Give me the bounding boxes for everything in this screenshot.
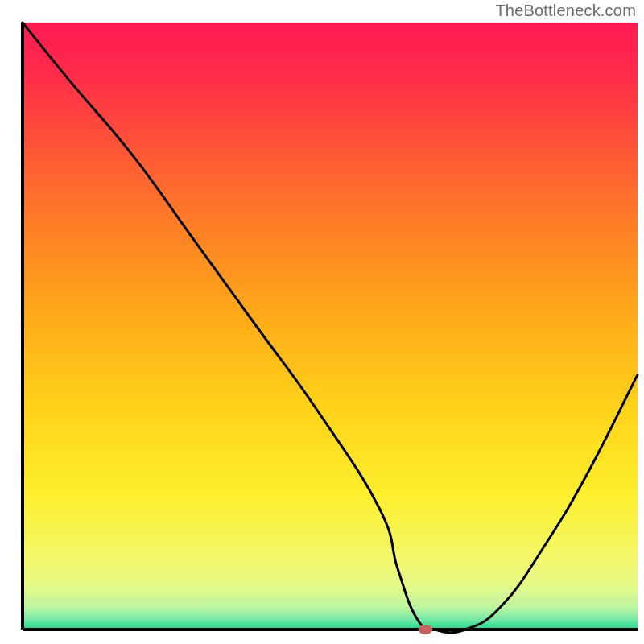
watermark-text: TheBottleneck.com [495, 2, 636, 20]
optimal-point-marker [418, 625, 432, 634]
chart-container: TheBottleneck.com [0, 0, 644, 644]
bottleneck-chart [0, 0, 644, 644]
gradient-background [23, 23, 638, 630]
